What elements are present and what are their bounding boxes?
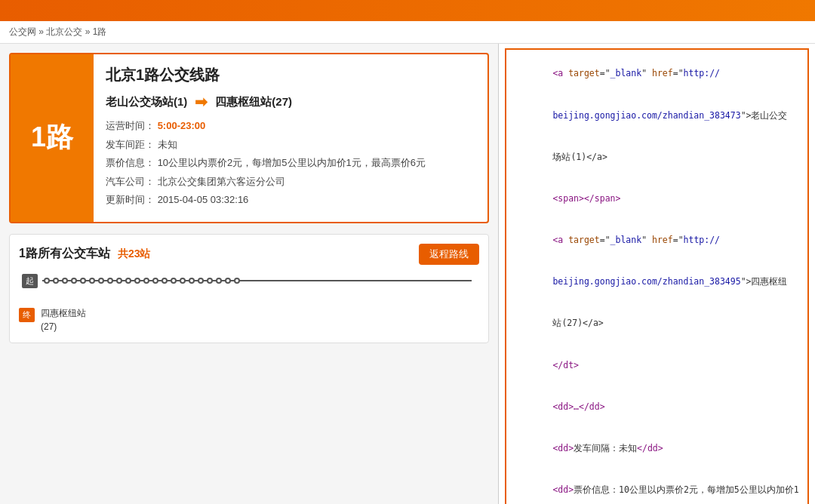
route-dot: [71, 278, 77, 284]
route-dot: [125, 278, 131, 284]
breadcrumb-city[interactable]: 北京公交: [46, 26, 82, 37]
route-arrow: ➡: [195, 93, 208, 111]
code-line: </dt>: [511, 344, 803, 386]
return-route-button[interactable]: 返程路线: [419, 244, 479, 265]
company-value: 北京公交集团第六客运分公司: [158, 176, 285, 187]
breadcrumb: 公交网 » 北京公交 » 1路: [0, 21, 815, 44]
code-line: <dd>…</dd>: [511, 386, 803, 427]
bus-title: 北京1路公交线路: [106, 65, 475, 85]
devtools-panel: <a target="_blank" href="http:// beijing…: [498, 44, 815, 504]
route-dot: [62, 278, 68, 284]
code-line: 场站(1)</a>: [511, 136, 803, 177]
route-dot: [80, 278, 86, 284]
devtools-top-section: <a target="_blank" href="http:// beijing…: [505, 48, 809, 504]
end-station: 终 四惠枢纽站 (27): [19, 306, 479, 333]
route-dot: [134, 278, 140, 284]
route-dot: [107, 278, 113, 284]
operation-time-row: 运营时间： 5:00-23:00: [106, 118, 475, 134]
code-line: 站(27)</a>: [511, 303, 803, 344]
route-dot: [171, 278, 177, 284]
route-dot: [189, 278, 195, 284]
code-line: <a target="_blank" href="http://: [511, 53, 803, 94]
bus-details: 北京1路公交线路 老山公交场站(1) ➡ 四惠枢纽站(27) 运营时间： 5:0…: [94, 54, 487, 222]
code-line: beijing.gongjiao.com/zhandian_383495">四惠…: [511, 261, 803, 303]
bus-info-card: 1路 北京1路公交线路 老山公交场站(1) ➡ 四惠枢纽站(27) 运营时间： …: [9, 53, 489, 223]
route-dot: [234, 278, 240, 284]
route-dot: [216, 278, 222, 284]
operation-time-label: 运营时间：: [106, 120, 155, 131]
operation-time-value: 5:00-23:00: [158, 120, 206, 131]
left-panel: 1路 北京1路公交线路 老山公交场站(1) ➡ 四惠枢纽站(27) 运营时间： …: [0, 44, 498, 504]
departure-label: 发车间距：: [106, 139, 155, 150]
route-dot: [116, 278, 122, 284]
breadcrumb-home[interactable]: 公交网: [9, 26, 36, 37]
end-station-name: 四惠枢纽站 (27): [41, 306, 86, 333]
bus-number-badge: 1路: [11, 54, 94, 222]
update-time-label: 更新时间：: [106, 194, 155, 205]
departure-value: 未知: [158, 139, 177, 150]
route-dot: [198, 278, 204, 284]
stations-section: 1路所有公交车站 共23站 返程路线 起 终 四惠枢纽站 (27): [9, 234, 489, 343]
route-dot: [89, 278, 95, 284]
route-line-bar: [42, 280, 472, 281]
route-dot: [44, 278, 50, 284]
fare-value: 10公里以内票价2元，每增加5公里以内加价1元，最高票价6元: [158, 157, 426, 168]
route-dots: [42, 280, 472, 281]
stations-title-group: 1路所有公交车站 共23站: [19, 246, 150, 262]
update-time-row: 更新时间： 2015-04-05 03:32:16: [106, 192, 475, 207]
route-dot: [180, 278, 186, 284]
route-dot: [143, 278, 149, 284]
code-line: <span></span>: [511, 178, 803, 220]
bus-route-line: 老山公交场站(1) ➡ 四惠枢纽站(27): [106, 93, 475, 111]
start-marker: 起: [22, 274, 38, 288]
fare-label: 票价信息：: [106, 157, 155, 168]
route-dot: [225, 278, 231, 284]
route-dot: [53, 278, 59, 284]
route-dot: [152, 278, 158, 284]
stations-count: 共23站: [118, 247, 151, 261]
code-line: <dd>发车间隔：未知</dd>: [511, 428, 803, 469]
main-layout: 1路 北京1路公交线路 老山公交场站(1) ➡ 四惠枢纽站(27) 运营时间： …: [0, 44, 815, 504]
company-row: 汽车公司： 北京公交集团第六客运分公司: [106, 174, 475, 189]
route-dot: [161, 278, 168, 284]
company-label: 汽车公司：: [106, 176, 155, 187]
top-bar: [0, 0, 815, 21]
code-line: beijing.gongjiao.com/zhandian_383473">老山…: [511, 94, 803, 136]
departure-interval-row: 发车间距： 未知: [106, 137, 475, 152]
update-time-value: 2015-04-05 03:32:16: [158, 194, 249, 205]
code-line: <a target="_blank" href="http://: [511, 220, 803, 261]
breadcrumb-current: 1路: [93, 26, 107, 37]
code-line: <dd>票价信息：10公里以内票价2元，每增加5公里以内加价1: [511, 469, 803, 504]
fare-row: 票价信息： 10公里以内票价2元，每增加5公里以内加价1元，最高票价6元: [106, 155, 475, 171]
to-station: 四惠枢纽站(27): [215, 95, 292, 109]
end-marker: 终: [19, 308, 35, 322]
route-dot: [98, 278, 104, 284]
route-dot: [207, 278, 213, 284]
from-station: 老山公交场站(1): [106, 95, 187, 109]
stations-header: 1路所有公交车站 共23站 返程路线: [19, 244, 479, 265]
route-line-container: 起: [19, 274, 479, 288]
stations-title: 1路所有公交车站: [19, 246, 110, 262]
bus-number: 1路: [31, 119, 73, 156]
